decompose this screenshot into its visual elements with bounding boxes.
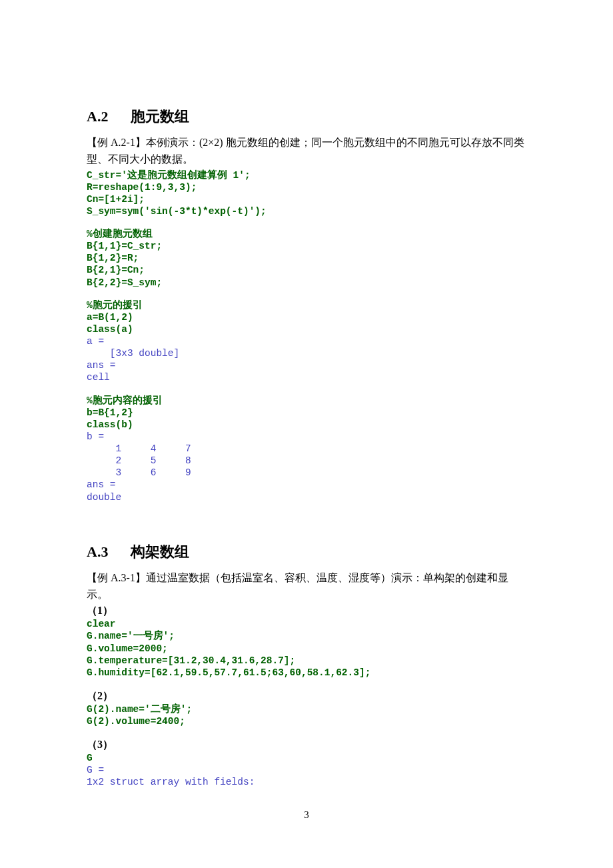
a3-code-block-2: G(2).name='二号房'; G(2).volume=2400; (87, 703, 526, 727)
a3-example-intro: 【例 A.3-1】通过温室数据（包括温室名、容积、温度、湿度等）演示：单构架的创… (87, 570, 526, 603)
a3-code-block-1: clear G.name='一号房'; G.volume=2000; G.tem… (87, 618, 526, 679)
a3-step-3-label: （3） (87, 738, 526, 752)
a2-code-block-3: a=B(1,2) class(a) (87, 311, 526, 335)
a2-number: A.2 (87, 108, 108, 125)
a2-example-intro: 【例 A.2-1】本例演示：(2×2) 胞元数组的创建；同一个胞元数组中的不同胞… (87, 135, 526, 168)
a3-step-2-label: （2） (87, 689, 526, 703)
a3-step-1-label: （1） (87, 604, 526, 618)
a2-comment-2: %创建胞元数组 (87, 228, 526, 240)
a2-code-block-1: C_str='这是胞元数组创建算例 1'; R=reshape(1:9,3,3)… (87, 169, 526, 218)
a2-comment-4: %胞元内容的援引 (87, 395, 526, 407)
a2-output-2: b = 1 4 7 2 5 8 3 6 9 ans = double (87, 431, 526, 503)
section-a2-heading: A.2胞元数组 (87, 107, 526, 127)
a2-code-block-4: b=B{1,2} class(b) (87, 407, 526, 431)
a2-output-1: a = [3x3 double] ans = cell (87, 335, 526, 384)
a3-title: 构架数组 (131, 543, 189, 560)
a2-title: 胞元数组 (131, 108, 189, 125)
section-a3-heading: A.3构架数组 (87, 542, 526, 562)
a3-code-block-3: G (87, 752, 526, 764)
a2-comment-3: %胞元的援引 (87, 299, 526, 311)
a2-code-block-2: B{1,1}=C_str; B{1,2}=R; B{2,1}=Cn; B{2,2… (87, 240, 526, 289)
a3-number: A.3 (87, 543, 108, 561)
page-number: 3 (87, 809, 526, 821)
a3-output-1: G = 1x2 struct array with fields: (87, 764, 526, 788)
